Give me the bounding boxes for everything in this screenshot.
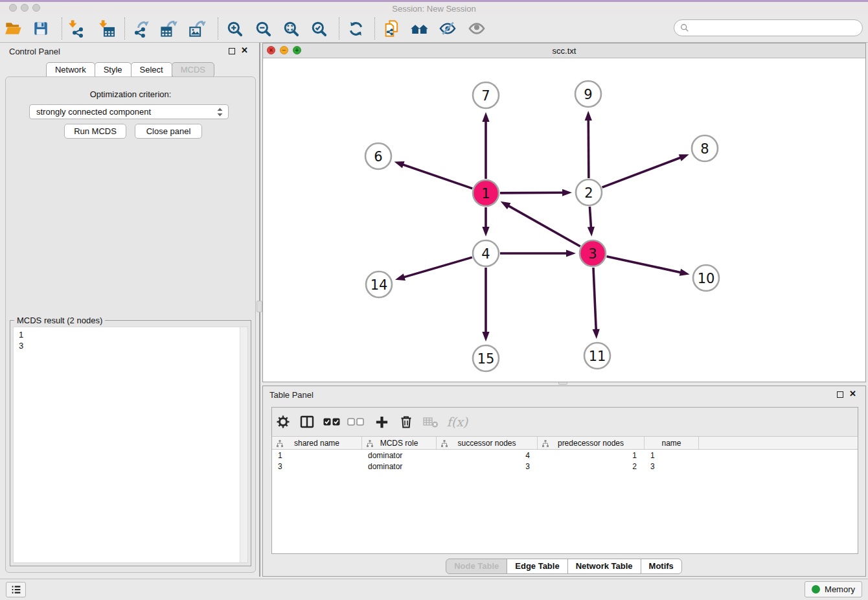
table-cell[interactable]: dominator (362, 450, 437, 461)
graph-edge[interactable] (606, 257, 689, 276)
show-column-panel-button[interactable] (297, 411, 317, 432)
graph-edge[interactable] (482, 112, 489, 179)
column-header-successor-nodes[interactable]: successor nodes (437, 437, 538, 449)
zoom-selected-button[interactable] (306, 16, 331, 41)
close-panel-button-mcds[interactable]: Close panel (135, 124, 202, 139)
graph-edge[interactable] (602, 154, 689, 187)
table-cell[interactable]: 4 (437, 450, 538, 461)
edge-arrowhead (482, 227, 489, 237)
column-header-name[interactable]: name (645, 437, 699, 449)
graph-edge[interactable] (588, 207, 595, 237)
zoom-fit-button[interactable] (279, 16, 303, 41)
gear-icon (275, 414, 291, 430)
trash-icon (398, 414, 414, 430)
open-folder-icon (5, 19, 23, 38)
graph-edge[interactable] (593, 268, 600, 339)
graph-edge[interactable] (500, 189, 572, 196)
tab-network-table[interactable]: Network Table (567, 559, 641, 574)
float-table-panel-button[interactable] (837, 391, 843, 398)
table-settings-button[interactable] (273, 411, 293, 432)
table-row[interactable]: 1dominator411 (272, 450, 858, 461)
edge-arrowhead (585, 111, 592, 121)
select-all-columns-button[interactable] (321, 411, 342, 432)
result-scrollbar[interactable] (240, 327, 247, 562)
search-input[interactable] (693, 23, 862, 33)
memory-button[interactable]: Memory (805, 581, 862, 597)
create-column-button[interactable] (371, 411, 392, 432)
tab-motifs[interactable]: Motifs (641, 559, 682, 574)
task-history-button[interactable] (6, 582, 26, 597)
column-type-icon (542, 439, 549, 448)
refresh-icon (347, 20, 365, 38)
optimization-criterion-select[interactable]: strongly connected component (29, 104, 229, 119)
open-session-button[interactable] (1, 16, 26, 41)
export-table-button[interactable] (157, 16, 181, 41)
save-session-button[interactable] (29, 16, 53, 41)
graph-edge[interactable] (500, 249, 576, 257)
delete-column-button[interactable] (396, 411, 417, 432)
tab-node-table[interactable]: Node Table (446, 559, 507, 574)
unselect-all-columns-button[interactable] (345, 411, 366, 432)
eye-slash-icon (439, 19, 457, 38)
zoom-in-button[interactable] (222, 16, 247, 41)
table-row[interactable]: 3dominator323 (272, 461, 858, 472)
run-mcds-button[interactable]: Run MCDS (64, 124, 126, 139)
memory-status-icon (812, 585, 820, 594)
zoom-out-button[interactable] (251, 16, 275, 41)
home-icon (410, 19, 429, 38)
tab-network[interactable]: Network (46, 62, 95, 78)
tab-edge-table[interactable]: Edge Table (507, 559, 567, 574)
tab-style[interactable]: Style (95, 62, 131, 78)
home-button[interactable] (407, 16, 432, 41)
graph-edge[interactable] (482, 268, 489, 341)
network-canvas[interactable]: 1234678910111415 (263, 58, 865, 382)
edge-arrowhead (566, 249, 576, 257)
eye-icon (468, 19, 486, 38)
graph-edge[interactable] (395, 257, 472, 281)
close-panel-button[interactable]: ✕ (241, 45, 248, 55)
table-cell[interactable]: 3 (437, 461, 538, 472)
graph-edge[interactable] (394, 161, 473, 189)
column-label: shared name (294, 439, 339, 448)
edge-arrowhead (482, 332, 489, 341)
export-image-button[interactable] (185, 16, 210, 41)
toolbar-separator (124, 17, 125, 40)
hide-panels-button[interactable] (435, 16, 460, 41)
float-panel-button[interactable] (229, 48, 235, 54)
table-cell[interactable]: 1 (538, 450, 645, 461)
table-cell[interactable]: dominator (362, 461, 437, 472)
mcds-result-list[interactable]: 13 (13, 327, 248, 563)
tab-mcds[interactable]: MCDS (172, 62, 214, 78)
show-panel-button[interactable] (464, 16, 489, 41)
column-label: predecessor nodes (558, 439, 624, 448)
close-table-panel-button[interactable]: ✕ (849, 389, 856, 398)
export-network-button[interactable] (129, 16, 154, 41)
node-label: 3 (588, 246, 597, 262)
duplicate-network-button[interactable] (380, 16, 404, 41)
graph-edge[interactable] (501, 202, 580, 246)
column-header-predecessor-nodes[interactable]: predecessor nodes (538, 437, 645, 449)
table-cell[interactable]: 1 (272, 450, 362, 461)
graph-edge[interactable] (482, 207, 489, 237)
table-body: 1dominator4113dominator323 (272, 450, 858, 553)
table-cell[interactable]: 3 (272, 461, 362, 472)
column-header-mcds-role[interactable]: MCDS role (362, 437, 437, 449)
import-network-button[interactable] (64, 16, 89, 41)
graph-edge[interactable] (585, 111, 592, 178)
table-cell[interactable]: 2 (538, 461, 645, 472)
tab-select[interactable]: Select (131, 62, 172, 78)
node-label: 15 (477, 351, 495, 367)
table-cell[interactable]: 1 (645, 450, 699, 461)
network-view-title: scc.txt (263, 46, 865, 56)
import-table-button[interactable] (95, 16, 119, 41)
app-window: Session: New Session (0, 0, 868, 600)
zoom-fit-icon (282, 20, 300, 38)
table-cell[interactable]: 3 (645, 461, 699, 472)
column-header-shared-name[interactable]: shared name (272, 437, 362, 449)
unchecked-boxes-icon (347, 417, 364, 426)
edge-arrowhead (482, 112, 489, 122)
refresh-view-button[interactable] (343, 16, 368, 41)
toolbar-separator (218, 17, 218, 40)
vertical-splitter-grip[interactable] (257, 301, 262, 312)
table-panel-title: Table Panel (269, 390, 314, 400)
